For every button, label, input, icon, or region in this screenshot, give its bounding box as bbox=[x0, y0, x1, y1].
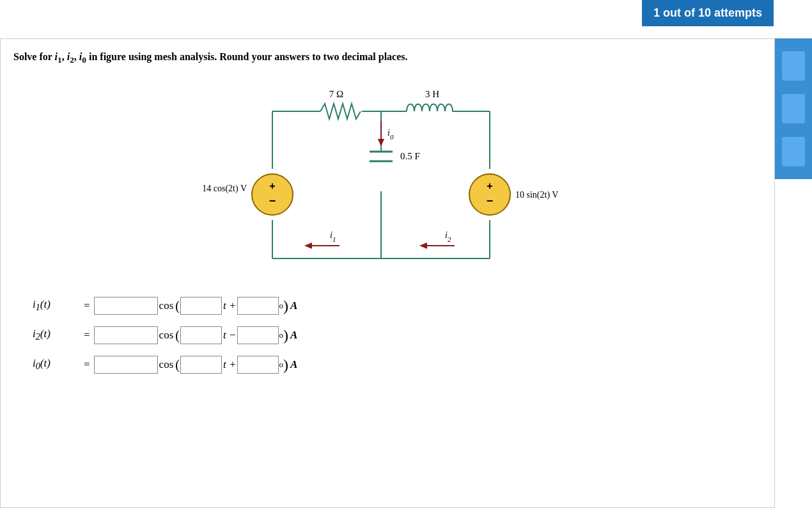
left-source-label: 14 cos(2t) V bbox=[202, 184, 247, 194]
i2-paren-open: ( bbox=[175, 328, 180, 343]
right-source-minus: − bbox=[487, 194, 494, 207]
resistor-label: 7 Ω bbox=[329, 89, 343, 99]
inductor-label: 3 H bbox=[425, 89, 439, 99]
i1-paren-close: ) bbox=[283, 298, 288, 314]
problem-statement: Solve for i1, i2, i0 in figure using mes… bbox=[13, 49, 761, 67]
i0-answer-label: i0(t) bbox=[33, 357, 84, 372]
main-content: Solve for i1, i2, i0 in figure using mes… bbox=[0, 38, 775, 508]
i2-paren-close: ) bbox=[283, 328, 288, 343]
i2-label: i2 bbox=[445, 230, 451, 243]
capacitor-label: 0.5 F bbox=[400, 151, 420, 161]
i0-phase-input[interactable] bbox=[237, 356, 279, 374]
i0-paren-open: ( bbox=[175, 358, 180, 372]
i0-unit: A bbox=[290, 358, 297, 371]
i1-t: t + bbox=[223, 299, 236, 312]
circuit-svg: 7 Ω 3 H i0 0.5 F + − 14 cos(2t) bbox=[208, 79, 566, 278]
right-source-label: 10 sin(2t) V bbox=[515, 190, 558, 200]
i0-label: i0 bbox=[387, 128, 394, 141]
answer-section: i1(t) = cos ( t + o ) A i2(t) = cos ( t … bbox=[13, 297, 761, 374]
i0-t: t + bbox=[223, 358, 236, 371]
i2-answer-label: i2(t) bbox=[33, 328, 84, 342]
side-panel-bar-3 bbox=[782, 137, 805, 166]
i1-answer-label: i1(t) bbox=[33, 298, 84, 313]
answer-row-i1: i1(t) = cos ( t + o ) A bbox=[33, 297, 761, 315]
i0-amplitude-input[interactable] bbox=[94, 356, 158, 374]
i1-label: i1 bbox=[330, 230, 336, 243]
i1-phase-input[interactable] bbox=[237, 297, 279, 315]
i2-frequency-input[interactable] bbox=[180, 326, 222, 344]
right-source-plus: + bbox=[487, 180, 492, 191]
i2-t: t − bbox=[223, 329, 236, 342]
i0-equals: = bbox=[84, 358, 90, 371]
i1-cos: cos bbox=[159, 299, 174, 312]
svg-marker-21 bbox=[304, 242, 312, 249]
i0-frequency-input[interactable] bbox=[180, 356, 222, 374]
circuit-diagram: 7 Ω 3 H i0 0.5 F + − 14 cos(2t) bbox=[13, 79, 761, 278]
i1-amplitude-input[interactable] bbox=[94, 297, 158, 315]
attempts-text: 1 out of 10 attempts bbox=[653, 6, 762, 19]
i2-unit: A bbox=[290, 329, 297, 342]
i2-amplitude-input[interactable] bbox=[94, 326, 158, 344]
i2-phase-input[interactable] bbox=[237, 326, 279, 344]
i1-unit: A bbox=[290, 299, 297, 312]
side-panel bbox=[775, 38, 812, 179]
side-panel-bar-1 bbox=[782, 51, 805, 81]
answer-row-i2: i2(t) = cos ( t − o ) A bbox=[33, 326, 761, 344]
i1-equals: = bbox=[84, 299, 90, 312]
left-source-minus: − bbox=[269, 194, 276, 207]
i1-paren-open: ( bbox=[175, 299, 180, 314]
svg-marker-15 bbox=[378, 139, 384, 147]
i0-cos: cos bbox=[159, 358, 174, 371]
i0-paren-close: ) bbox=[283, 357, 288, 372]
i1-frequency-input[interactable] bbox=[180, 297, 222, 315]
left-source-plus: + bbox=[269, 180, 275, 191]
svg-marker-23 bbox=[419, 242, 427, 249]
i2-cos: cos bbox=[159, 329, 174, 342]
attempts-badge: 1 out of 10 attempts bbox=[642, 0, 774, 26]
answer-row-i0: i0(t) = cos ( t + o ) A bbox=[33, 356, 761, 374]
side-panel-bar-2 bbox=[782, 94, 805, 123]
i2-equals: = bbox=[84, 329, 90, 342]
